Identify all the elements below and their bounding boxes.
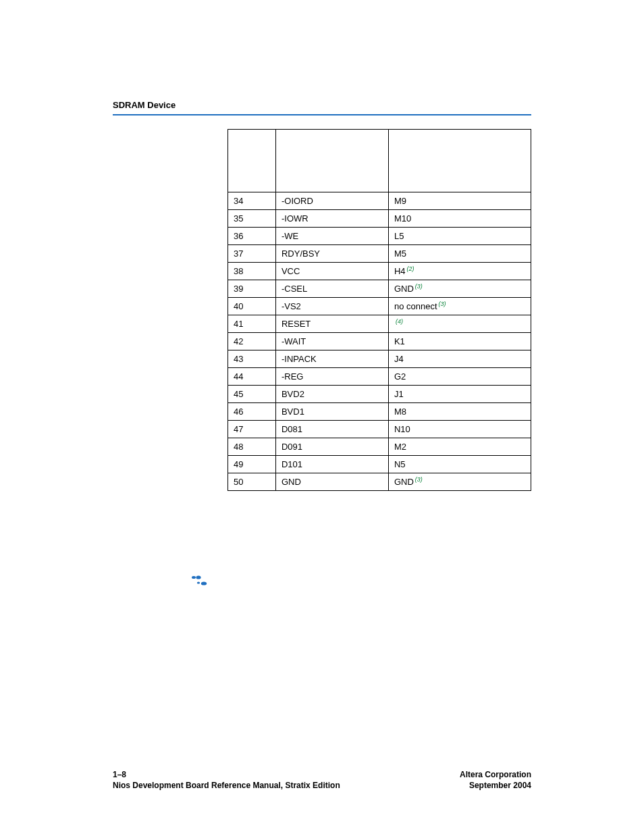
table-header-row [228, 130, 531, 192]
cell-conn: M10 [388, 210, 531, 228]
cell-name: RDY/BSY [275, 245, 388, 263]
cell-pin: 41 [228, 315, 276, 333]
table-row: 35-IOWRM10 [228, 210, 531, 228]
table-row: 34-OIORDM9 [228, 192, 531, 210]
cell-conn: H4(2) [388, 263, 531, 280]
cell-name: -WE [275, 228, 388, 245]
cell-pin: 38 [228, 263, 276, 280]
page-number: 1–8 [113, 770, 340, 781]
cell-conn: N10 [388, 421, 531, 438]
table-row: 50GNDGND(3) [228, 473, 531, 491]
cell-conn: M5 [388, 245, 531, 263]
cell-name: RESET [275, 315, 388, 333]
cell-name: -WAIT [275, 333, 388, 350]
cell-name: D091 [275, 438, 388, 456]
cell-conn: L5 [388, 228, 531, 245]
title-rule [113, 114, 531, 115]
cell-pin: 46 [228, 403, 276, 421]
footnote-ref: (2) [406, 265, 414, 272]
cell-pin: 44 [228, 368, 276, 386]
cell-pin: 43 [228, 350, 276, 368]
th-pin [228, 130, 276, 192]
cell-conn: M9 [388, 192, 531, 210]
table-row: 40-VS2no connect(3) [228, 298, 531, 315]
cell-name: GND [275, 473, 388, 491]
page-footer: 1–8 Nios Development Board Reference Man… [113, 770, 531, 791]
th-conn [388, 130, 531, 192]
cell-pin: 50 [228, 473, 276, 491]
pin-table: 34-OIORDM935-IOWRM1036-WEL537RDY/BSYM538… [227, 129, 531, 491]
table-row: 37RDY/BSYM5 [228, 245, 531, 263]
cell-conn: N5 [388, 456, 531, 473]
cell-conn: J1 [388, 386, 531, 403]
corporation: Altera Corporation [460, 770, 531, 781]
svg-point-0 [192, 576, 196, 579]
cell-name: BVD1 [275, 403, 388, 421]
cell-pin: 42 [228, 333, 276, 350]
cell-name: -OIORD [275, 192, 388, 210]
pin-table-wrap: 34-OIORDM935-IOWRM1036-WEL537RDY/BSYM538… [227, 129, 531, 491]
cell-pin: 39 [228, 280, 276, 298]
cell-pin: 49 [228, 456, 276, 473]
table-row: 39-CSELGND(3) [228, 280, 531, 298]
svg-point-3 [201, 581, 207, 585]
table-row: 41RESET(4) [228, 315, 531, 333]
cell-name: VCC [275, 263, 388, 280]
svg-point-2 [197, 581, 200, 583]
svg-point-1 [196, 575, 200, 579]
table-row: 43-INPACKJ4 [228, 350, 531, 368]
cell-conn: (4) [388, 315, 531, 333]
cell-name: BVD2 [275, 386, 388, 403]
cell-conn: J4 [388, 350, 531, 368]
cell-conn: K1 [388, 333, 531, 350]
cell-conn: M2 [388, 438, 531, 456]
table-row: 49D101N5 [228, 456, 531, 473]
section-title: SDRAM Device [113, 100, 531, 110]
cell-name: D081 [275, 421, 388, 438]
cell-pin: 40 [228, 298, 276, 315]
table-row: 46BVD1M8 [228, 403, 531, 421]
cell-name: -INPACK [275, 350, 388, 368]
cell-name: -IOWR [275, 210, 388, 228]
footnote-ref: (4) [394, 318, 403, 325]
footnote-ref: (3) [437, 301, 446, 307]
table-row: 44-REGG2 [228, 368, 531, 386]
table-row: 47D081N10 [228, 421, 531, 438]
footnote-ref: (3) [414, 476, 423, 483]
table-row: 45BVD2J1 [228, 386, 531, 403]
th-name [275, 130, 388, 192]
cell-conn: no connect(3) [388, 298, 531, 315]
cell-pin: 35 [228, 210, 276, 228]
cell-pin: 45 [228, 386, 276, 403]
footnote-ref: (3) [414, 283, 423, 290]
cell-conn: GND(3) [388, 473, 531, 491]
footer-date: September 2004 [460, 781, 531, 791]
cell-pin: 36 [228, 228, 276, 245]
page-root: SDRAM Device 34-OIORDM935-IOWRM1036-WEL5… [0, 0, 644, 834]
table-row: 36-WEL5 [228, 228, 531, 245]
table-row: 38VCCH4(2) [228, 263, 531, 280]
table-row: 48D091M2 [228, 438, 531, 456]
manual-title: Nios Development Board Reference Manual,… [113, 781, 340, 791]
cell-pin: 47 [228, 421, 276, 438]
reference-icon [189, 574, 209, 588]
cell-pin: 37 [228, 245, 276, 263]
cell-name: -VS2 [275, 298, 388, 315]
footer-left: 1–8 Nios Development Board Reference Man… [113, 770, 340, 791]
cell-name: -REG [275, 368, 388, 386]
cell-name: D101 [275, 456, 388, 473]
table-row: 42-WAITK1 [228, 333, 531, 350]
cell-name: -CSEL [275, 280, 388, 298]
cell-pin: 48 [228, 438, 276, 456]
cell-conn: M8 [388, 403, 531, 421]
cell-pin: 34 [228, 192, 276, 210]
footer-right: Altera Corporation September 2004 [460, 770, 531, 791]
cell-conn: G2 [388, 368, 531, 386]
cell-conn: GND(3) [388, 280, 531, 298]
